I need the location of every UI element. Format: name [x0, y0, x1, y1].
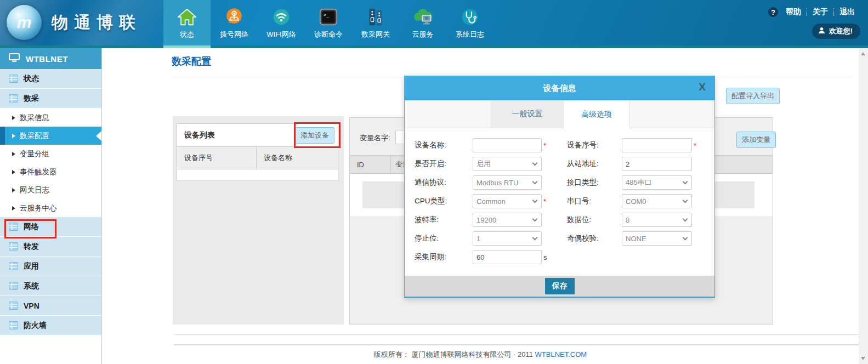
- logo-mark: m: [17, 13, 32, 32]
- slave-address-input[interactable]: [622, 157, 692, 171]
- help-icon: ?: [768, 7, 778, 17]
- page-title: 数采配置: [172, 55, 211, 68]
- nav-item-status[interactable]: 状态: [163, 0, 211, 48]
- cpu-type-select[interactable]: Common: [473, 194, 542, 208]
- caret-right-icon: [12, 134, 15, 138]
- about-link[interactable]: 关于: [807, 7, 833, 17]
- chevron-down-icon: [532, 179, 538, 185]
- nav-item-system-log[interactable]: 系统日志: [446, 0, 493, 48]
- chevron-down-icon: [532, 235, 538, 241]
- caret-right-icon: [12, 206, 15, 211]
- required-marker: *: [543, 141, 546, 150]
- serial-port-select[interactable]: COM0: [622, 194, 692, 208]
- stop-bits-row: 停止位: 1: [415, 229, 547, 248]
- logo-sphere-icon: m: [7, 5, 42, 40]
- device-serial-input[interactable]: [622, 138, 692, 152]
- variable-search-label: 变量名字:: [360, 133, 390, 143]
- welcome-text: 欢迎您!: [829, 26, 853, 36]
- tab-advanced-options[interactable]: 高级选项: [563, 100, 630, 128]
- table-icon: [9, 321, 18, 329]
- sidebar-item-firewall[interactable]: 防火墙: [0, 316, 101, 335]
- sidebar-item-data-config[interactable]: 数采配置: [0, 127, 101, 145]
- wtblnet-link[interactable]: WTBLNET.COM: [535, 350, 587, 359]
- sidebar-item-network[interactable]: 网络: [0, 217, 101, 237]
- protocol-select[interactable]: Modbus RTU: [473, 175, 542, 190]
- enable-select[interactable]: 启用: [473, 157, 542, 171]
- config-import-export-button[interactable]: 配置导入导出: [726, 88, 780, 104]
- help-link[interactable]: 帮助: [780, 7, 807, 17]
- dialog-header: 设备信息 X: [405, 76, 714, 100]
- data-bits-select[interactable]: 8: [622, 213, 692, 227]
- brand-logo: m 物通博联: [7, 5, 141, 40]
- dialog-body: 设备名称: * 是否开启: 启用 通信协议: Modbus RTU CPU类型: [405, 129, 714, 276]
- seconds-unit: s: [543, 253, 547, 261]
- sidebar-item-system[interactable]: 系统: [0, 276, 101, 296]
- close-icon[interactable]: X: [699, 81, 706, 94]
- scroll-up-icon[interactable]: [861, 52, 865, 55]
- baud-rate-row: 波特率: 19200: [415, 211, 547, 229]
- device-serial-row: 设备序号: *: [567, 136, 696, 155]
- sidebar: WTBLNET 状态 数采 数采信息 数采配置 变量分组 事件触发器 网关日志 …: [0, 48, 102, 364]
- logo-text: 物通博联: [52, 12, 141, 34]
- serial-port-row: 串口号: COM0: [567, 192, 696, 211]
- home-icon: [177, 4, 197, 30]
- device-list-title: 设备列表: [184, 130, 215, 140]
- copyright-text: 版权所有： 厦门物通博联网络科技有限公司 · 2011 WTBLNET.COM: [102, 350, 859, 360]
- nav-item-diagnostic-command[interactable]: >_ 诊断命令: [305, 0, 352, 48]
- sidebar-item-forwarding[interactable]: 转发: [0, 237, 101, 257]
- table-icon: [9, 223, 18, 231]
- welcome-badge[interactable]: 欢迎您!: [812, 24, 860, 39]
- vertical-scrollbar[interactable]: [859, 48, 868, 364]
- table-icon: [9, 242, 18, 251]
- id-column-header: ID: [350, 156, 391, 173]
- interface-type-select[interactable]: 485串口: [622, 175, 692, 190]
- parity-select[interactable]: NONE: [622, 231, 692, 246]
- footer-divider: [174, 344, 860, 345]
- sidebar-item-status[interactable]: 状态: [0, 69, 101, 89]
- nav-item-data-gateway[interactable]: 数采网关: [352, 0, 399, 48]
- chevron-down-icon: [683, 198, 688, 203]
- gateway-icon: [365, 4, 386, 30]
- protocol-row: 通信协议: Modbus RTU: [415, 173, 547, 192]
- chevron-down-icon: [683, 217, 688, 222]
- wifi-icon: [271, 4, 292, 30]
- device-name-input[interactable]: [473, 138, 542, 152]
- table-icon: [9, 302, 18, 310]
- sidebar-item-cloud-center[interactable]: 云服务中心: [0, 199, 101, 217]
- sidebar-item-data-collection[interactable]: 数采: [0, 89, 101, 109]
- caret-right-icon: [12, 116, 15, 120]
- nav-item-dial-network[interactable]: 拨号网络: [211, 0, 258, 48]
- sidebar-item-gateway-log[interactable]: 网关日志: [0, 181, 101, 199]
- device-serial-column-header: 设备序号: [177, 147, 257, 169]
- svg-text:>_: >_: [324, 12, 330, 18]
- caret-right-icon: [12, 152, 15, 156]
- required-marker: *: [543, 197, 546, 206]
- form-right-column: 设备序号: * 从站地址: 接口类型: 485串口 串口号: COM0: [567, 136, 696, 248]
- dial-network-icon: [224, 4, 245, 30]
- scroll-down-icon[interactable]: [861, 357, 865, 360]
- app-header: m 物通博联 状态 拨号网络 WIFI网络 >_ 诊断命令: [0, 0, 868, 48]
- nav-item-cloud-service[interactable]: 云服务: [399, 0, 446, 48]
- chevron-down-icon: [532, 217, 538, 222]
- sidebar-item-application[interactable]: 应用: [0, 257, 101, 276]
- sidebar-item-vpn[interactable]: VPN: [0, 296, 101, 316]
- add-variable-button[interactable]: 添加变量: [736, 132, 776, 148]
- stop-bits-select[interactable]: 1: [473, 231, 542, 246]
- chevron-down-icon: [532, 161, 538, 166]
- dialog-tab-bar: 一般设置 高级选项: [405, 100, 714, 128]
- sidebar-item-variable-group[interactable]: 变量分组: [0, 145, 101, 163]
- logout-link[interactable]: 退出: [834, 7, 860, 17]
- form-left-column: 设备名称: * 是否开启: 启用 通信协议: Modbus RTU CPU类型: [415, 136, 547, 266]
- add-device-button[interactable]: 添加设备: [295, 127, 334, 144]
- tab-general-settings[interactable]: 一般设置: [491, 100, 563, 128]
- chevron-down-icon: [532, 198, 538, 203]
- sidebar-item-data-info[interactable]: 数采信息: [0, 109, 101, 127]
- monitor-icon: [9, 53, 20, 64]
- nav-item-wifi-network[interactable]: WIFI网络: [258, 0, 305, 48]
- save-button[interactable]: 保存: [545, 278, 575, 294]
- device-name-row: 设备名称: *: [415, 136, 547, 155]
- sidebar-item-event-trigger[interactable]: 事件触发器: [0, 163, 101, 181]
- collect-period-input[interactable]: [473, 250, 542, 264]
- baud-rate-select[interactable]: 19200: [473, 213, 542, 227]
- terminal-icon: >_: [318, 4, 339, 30]
